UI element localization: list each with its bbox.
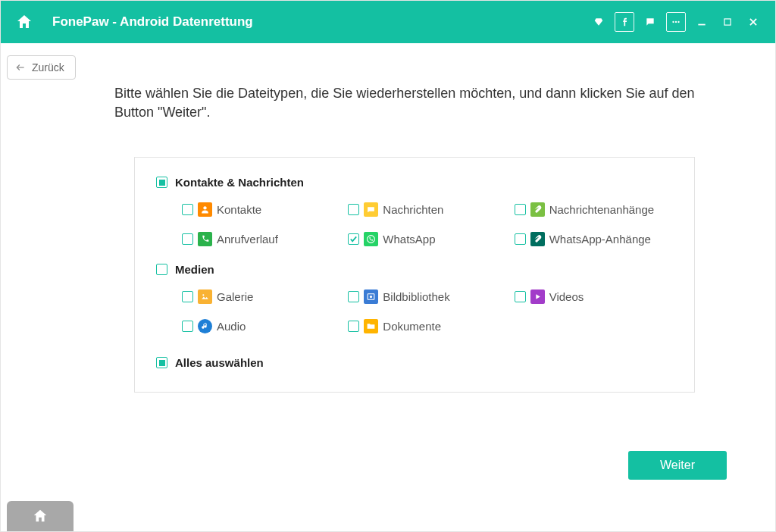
item-kontakte[interactable]: Kontakte [182, 202, 340, 217]
checkbox-kontakte[interactable] [182, 204, 193, 215]
checkbox-videos[interactable] [515, 291, 526, 302]
section-1-grid: Kontakte Nachrichten Nachrichtenanhänge [156, 202, 673, 246]
close-icon [748, 17, 759, 27]
item-label: Dokumente [383, 320, 441, 333]
chat-icon [645, 17, 656, 27]
svg-point-9 [368, 236, 375, 243]
item-label: Anrufverlauf [217, 233, 278, 246]
minimize-button[interactable] [692, 12, 712, 32]
item-label: Nachrichten [383, 203, 443, 216]
gallery-icon [198, 289, 212, 304]
svg-point-10 [202, 295, 204, 296]
minimize-icon [696, 17, 707, 27]
item-label: Galerie [217, 290, 253, 303]
svg-point-1 [675, 21, 677, 23]
audio-icon [198, 319, 212, 333]
item-nachrichtenanhaenge[interactable]: Nachrichtenanhänge [515, 202, 673, 217]
main-content: Bitte wählen Sie die Dateitypen, die Sie… [114, 84, 722, 393]
checkbox-nachrichten[interactable] [348, 204, 359, 215]
item-label: Bildbibliothek [383, 290, 449, 303]
messages-icon [364, 202, 378, 217]
checkbox-audio[interactable] [182, 321, 193, 332]
svg-point-0 [672, 21, 674, 23]
arrow-left-icon [15, 62, 26, 73]
item-nachrichten[interactable]: Nachrichten [348, 202, 506, 217]
section-2-title: Medien [175, 263, 214, 276]
close-button[interactable] [743, 12, 763, 32]
checkbox-anrufverlauf[interactable] [182, 233, 193, 245]
item-anrufverlauf[interactable]: Anrufverlauf [182, 232, 340, 246]
svg-point-12 [370, 296, 372, 298]
checkbox-bildbibliothek[interactable] [348, 291, 359, 302]
item-videos[interactable]: Videos [515, 289, 673, 304]
item-bildbibliothek[interactable]: Bildbibliothek [348, 289, 506, 304]
checkbox-whatsappanhaenge[interactable] [515, 233, 526, 245]
titlebar: FonePaw - Android Datenrettung [1, 1, 775, 43]
bottom-home-tab[interactable] [7, 501, 74, 531]
checkbox-section-2[interactable] [156, 264, 167, 275]
diamond-icon [593, 17, 604, 27]
back-button[interactable]: Zurück [7, 55, 76, 80]
svg-point-8 [203, 207, 206, 210]
checkmark-icon [349, 235, 358, 243]
contacts-icon [198, 202, 212, 217]
facebook-button[interactable] [615, 12, 634, 32]
feedback-button[interactable] [640, 12, 660, 32]
select-all-label: Alles auswählen [175, 356, 264, 369]
maximize-button[interactable] [718, 12, 737, 32]
checkbox-whatsapp[interactable] [348, 233, 359, 245]
section-contacts-messages[interactable]: Kontakte & Nachrichten [156, 176, 673, 189]
call-log-icon [198, 232, 212, 246]
home-button[interactable] [14, 12, 34, 32]
svg-point-2 [677, 21, 679, 23]
home-icon [32, 508, 48, 524]
item-dokumente[interactable]: Dokumente [348, 319, 506, 333]
item-galerie[interactable]: Galerie [182, 289, 340, 304]
facebook-icon [619, 17, 630, 27]
item-whatsapp[interactable]: WhatsApp [348, 232, 506, 246]
whatsapp-icon [364, 232, 378, 246]
upgrade-button[interactable] [589, 12, 609, 32]
item-label: WhatsApp-Anhänge [549, 233, 651, 246]
item-whatsappanhaenge[interactable]: WhatsApp-Anhänge [515, 232, 673, 246]
section-media[interactable]: Medien [156, 263, 673, 276]
item-audio[interactable]: Audio [182, 319, 340, 333]
back-label: Zurück [32, 61, 64, 74]
menu-button[interactable] [666, 12, 686, 32]
whatsapp-attachments-icon [530, 232, 545, 246]
next-button[interactable]: Weiter [628, 451, 727, 480]
dots-icon [671, 17, 681, 27]
select-all-row[interactable]: Alles auswählen [156, 356, 673, 369]
item-label: Kontakte [217, 203, 261, 216]
item-label: Videos [549, 290, 584, 303]
file-types-panel: Kontakte & Nachrichten Kontakte Nachrich… [134, 157, 695, 393]
home-icon [15, 13, 33, 31]
checkbox-dokumente[interactable] [348, 321, 359, 332]
documents-icon [364, 319, 378, 333]
instructions-text: Bitte wählen Sie die Dateitypen, die Sie… [114, 84, 722, 122]
checkbox-select-all[interactable] [156, 357, 167, 368]
maximize-icon [722, 17, 733, 27]
section-1-title: Kontakte & Nachrichten [175, 176, 304, 189]
videos-icon [530, 289, 545, 304]
item-label: Audio [217, 320, 246, 333]
app-title: FonePaw - Android Datenrettung [52, 14, 253, 30]
svg-rect-4 [724, 19, 731, 25]
item-label: WhatsApp [383, 233, 435, 246]
picture-library-icon [364, 289, 378, 304]
checkbox-section-1[interactable] [156, 177, 167, 188]
checkbox-galerie[interactable] [182, 291, 193, 302]
checkbox-nachrichtenanhaenge[interactable] [515, 204, 526, 215]
section-2-grid: Galerie Bildbibliothek Videos [156, 289, 673, 333]
item-label: Nachrichtenanhänge [549, 203, 654, 216]
message-attachments-icon [530, 202, 545, 217]
